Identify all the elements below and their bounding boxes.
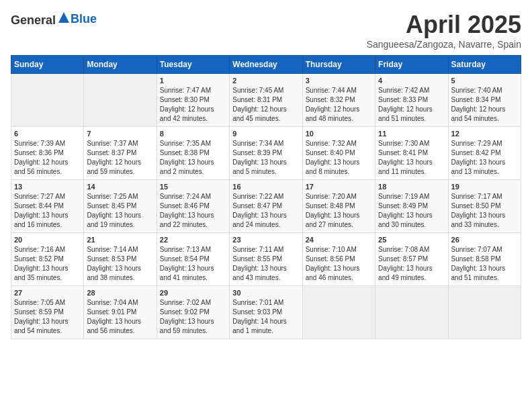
day-number: 28 xyxy=(87,289,153,297)
calendar-cell: 23Sunrise: 7:11 AMSunset: 8:55 PMDayligh… xyxy=(230,233,302,286)
calendar-cell: 22Sunrise: 7:13 AMSunset: 8:54 PMDayligh… xyxy=(157,233,229,286)
day-info: Sunrise: 7:11 AMSunset: 8:55 PMDaylight:… xyxy=(232,245,299,283)
day-number: 27 xyxy=(14,289,81,297)
day-number: 15 xyxy=(160,183,226,191)
day-info: Sunrise: 7:45 AMSunset: 8:31 PMDaylight:… xyxy=(232,86,299,124)
calendar-week-2: 6Sunrise: 7:39 AMSunset: 8:36 PMDaylight… xyxy=(11,127,521,180)
calendar-cell: 6Sunrise: 7:39 AMSunset: 8:36 PMDaylight… xyxy=(11,127,84,180)
day-info: Sunrise: 7:30 AMSunset: 8:41 PMDaylight:… xyxy=(378,139,445,177)
calendar-cell: 19Sunrise: 7:17 AMSunset: 8:50 PMDayligh… xyxy=(448,180,521,233)
day-info: Sunrise: 7:32 AMSunset: 8:40 PMDaylight:… xyxy=(306,139,372,177)
calendar-cell: 11Sunrise: 7:30 AMSunset: 8:41 PMDayligh… xyxy=(375,127,448,180)
calendar-cell: 10Sunrise: 7:32 AMSunset: 8:40 PMDayligh… xyxy=(302,127,375,180)
calendar-cell: 18Sunrise: 7:19 AMSunset: 8:49 PMDayligh… xyxy=(375,180,448,233)
weekday-header-wednesday: Wednesday xyxy=(230,56,302,74)
day-info: Sunrise: 7:08 AMSunset: 8:57 PMDaylight:… xyxy=(378,245,445,283)
calendar-cell: 30Sunrise: 7:01 AMSunset: 9:03 PMDayligh… xyxy=(230,286,302,339)
day-number: 23 xyxy=(232,236,299,244)
day-number: 4 xyxy=(378,77,445,85)
day-number: 16 xyxy=(232,183,299,191)
calendar-cell: 29Sunrise: 7:02 AMSunset: 9:02 PMDayligh… xyxy=(157,286,229,339)
weekday-header-friday: Friday xyxy=(375,56,448,74)
logo-icon xyxy=(57,11,71,24)
day-number: 26 xyxy=(451,236,518,244)
calendar-cell: 12Sunrise: 7:29 AMSunset: 8:42 PMDayligh… xyxy=(448,127,521,180)
day-info: Sunrise: 7:44 AMSunset: 8:32 PMDaylight:… xyxy=(306,86,372,124)
calendar-cell: 3Sunrise: 7:44 AMSunset: 8:32 PMDaylight… xyxy=(302,74,375,127)
calendar-title: April 2025 xyxy=(367,11,521,39)
logo-general-text: General xyxy=(11,13,56,27)
logo: General Blue xyxy=(11,11,97,28)
day-number: 17 xyxy=(306,183,372,191)
day-number: 6 xyxy=(14,130,81,138)
day-info: Sunrise: 7:34 AMSunset: 8:39 PMDaylight:… xyxy=(232,139,299,177)
day-number: 9 xyxy=(232,130,299,138)
day-info: Sunrise: 7:10 AMSunset: 8:56 PMDaylight:… xyxy=(306,245,372,283)
calendar-cell: 7Sunrise: 7:37 AMSunset: 8:37 PMDaylight… xyxy=(84,127,157,180)
day-number: 18 xyxy=(378,183,445,191)
day-number: 22 xyxy=(160,236,226,244)
day-number: 24 xyxy=(306,236,372,244)
svg-marker-0 xyxy=(58,12,69,23)
calendar-cell xyxy=(84,74,157,127)
weekday-header-sunday: Sunday xyxy=(11,56,84,74)
day-info: Sunrise: 7:39 AMSunset: 8:36 PMDaylight:… xyxy=(14,139,81,177)
calendar-cell: 17Sunrise: 7:20 AMSunset: 8:48 PMDayligh… xyxy=(302,180,375,233)
day-number: 1 xyxy=(160,77,226,85)
calendar-cell xyxy=(448,286,521,339)
calendar-cell: 15Sunrise: 7:24 AMSunset: 8:46 PMDayligh… xyxy=(157,180,229,233)
calendar-location: Sangueesa/Zangoza, Navarre, Spain xyxy=(367,39,521,50)
day-info: Sunrise: 7:01 AMSunset: 9:03 PMDaylight:… xyxy=(232,298,299,336)
day-info: Sunrise: 7:17 AMSunset: 8:50 PMDaylight:… xyxy=(451,192,518,230)
calendar-cell: 28Sunrise: 7:04 AMSunset: 9:01 PMDayligh… xyxy=(84,286,157,339)
calendar-cell: 27Sunrise: 7:05 AMSunset: 8:59 PMDayligh… xyxy=(11,286,84,339)
day-number: 12 xyxy=(451,130,518,138)
calendar-week-1: 1Sunrise: 7:47 AMSunset: 8:30 PMDaylight… xyxy=(11,74,521,127)
calendar-week-5: 27Sunrise: 7:05 AMSunset: 8:59 PMDayligh… xyxy=(11,286,521,339)
day-info: Sunrise: 7:13 AMSunset: 8:54 PMDaylight:… xyxy=(160,245,226,283)
day-info: Sunrise: 7:19 AMSunset: 8:49 PMDaylight:… xyxy=(378,192,445,230)
calendar-cell: 8Sunrise: 7:35 AMSunset: 8:38 PMDaylight… xyxy=(157,127,229,180)
calendar-cell: 14Sunrise: 7:25 AMSunset: 8:45 PMDayligh… xyxy=(84,180,157,233)
day-info: Sunrise: 7:24 AMSunset: 8:46 PMDaylight:… xyxy=(160,192,226,230)
day-number: 13 xyxy=(14,183,81,191)
calendar-cell: 25Sunrise: 7:08 AMSunset: 8:57 PMDayligh… xyxy=(375,233,448,286)
day-number: 25 xyxy=(378,236,445,244)
day-number: 2 xyxy=(232,77,299,85)
logo-blue-text: Blue xyxy=(71,12,97,26)
calendar-cell: 13Sunrise: 7:27 AMSunset: 8:44 PMDayligh… xyxy=(11,180,84,233)
day-info: Sunrise: 7:47 AMSunset: 8:30 PMDaylight:… xyxy=(160,86,226,124)
day-number: 14 xyxy=(87,183,153,191)
calendar-cell: 21Sunrise: 7:14 AMSunset: 8:53 PMDayligh… xyxy=(84,233,157,286)
day-info: Sunrise: 7:35 AMSunset: 8:38 PMDaylight:… xyxy=(160,139,226,177)
calendar-cell: 24Sunrise: 7:10 AMSunset: 8:56 PMDayligh… xyxy=(302,233,375,286)
day-info: Sunrise: 7:42 AMSunset: 8:33 PMDaylight:… xyxy=(378,86,445,124)
day-info: Sunrise: 7:04 AMSunset: 9:01 PMDaylight:… xyxy=(87,298,153,336)
day-info: Sunrise: 7:16 AMSunset: 8:52 PMDaylight:… xyxy=(14,245,81,283)
weekday-header-monday: Monday xyxy=(84,56,157,74)
calendar-cell: 5Sunrise: 7:40 AMSunset: 8:34 PMDaylight… xyxy=(448,74,521,127)
day-number: 5 xyxy=(451,77,518,85)
day-number: 29 xyxy=(160,289,226,297)
calendar-cell: 20Sunrise: 7:16 AMSunset: 8:52 PMDayligh… xyxy=(11,233,84,286)
calendar-header: SundayMondayTuesdayWednesdayThursdayFrid… xyxy=(11,56,521,74)
weekday-header-tuesday: Tuesday xyxy=(157,56,229,74)
day-info: Sunrise: 7:07 AMSunset: 8:58 PMDaylight:… xyxy=(451,245,518,283)
day-info: Sunrise: 7:37 AMSunset: 8:37 PMDaylight:… xyxy=(87,139,153,177)
day-number: 19 xyxy=(451,183,518,191)
day-info: Sunrise: 7:40 AMSunset: 8:34 PMDaylight:… xyxy=(451,86,518,124)
day-number: 30 xyxy=(232,289,299,297)
calendar-cell: 16Sunrise: 7:22 AMSunset: 8:47 PMDayligh… xyxy=(230,180,302,233)
calendar-cell xyxy=(375,286,448,339)
weekday-header-saturday: Saturday xyxy=(448,56,521,74)
calendar-week-3: 13Sunrise: 7:27 AMSunset: 8:44 PMDayligh… xyxy=(11,180,521,233)
day-number: 8 xyxy=(160,130,226,138)
calendar-cell: 4Sunrise: 7:42 AMSunset: 8:33 PMDaylight… xyxy=(375,74,448,127)
calendar-cell xyxy=(302,286,375,339)
weekday-header-row: SundayMondayTuesdayWednesdayThursdayFrid… xyxy=(11,56,521,74)
calendar-cell: 2Sunrise: 7:45 AMSunset: 8:31 PMDaylight… xyxy=(230,74,302,127)
day-number: 11 xyxy=(378,130,445,138)
day-number: 3 xyxy=(306,77,372,85)
title-area: April 2025 Sangueesa/Zangoza, Navarre, S… xyxy=(367,11,521,50)
day-info: Sunrise: 7:05 AMSunset: 8:59 PMDaylight:… xyxy=(14,298,81,336)
